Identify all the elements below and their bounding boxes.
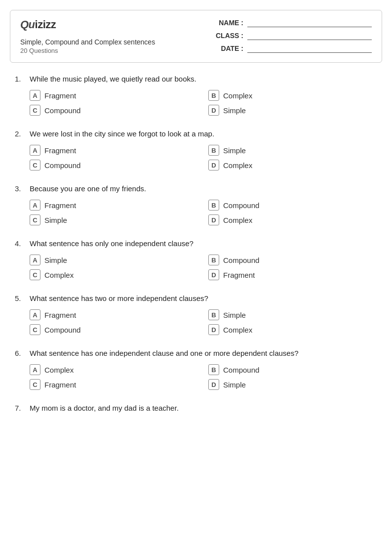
header-fields: NAME : CLASS : DATE : — [214, 18, 372, 53]
question-row: 6.What sentence has one independent clau… — [15, 349, 377, 357]
option-letter: B — [208, 309, 219, 320]
option[interactable]: DComplex — [208, 160, 377, 171]
option-text: Simple — [223, 381, 246, 389]
option-text: Complex — [223, 216, 252, 224]
question-number: 4. — [15, 239, 30, 248]
question-number: 6. — [15, 349, 30, 357]
question-row: 5.What sentence has two or more independ… — [15, 294, 377, 302]
question-text: What sentence has one independent clause… — [30, 349, 377, 357]
option-letter: D — [208, 379, 219, 390]
option-text: Compound — [223, 201, 259, 210]
option[interactable]: CSimple — [30, 214, 198, 225]
option[interactable]: CComplex — [30, 269, 198, 280]
option-letter: C — [30, 269, 40, 280]
option-text: Complex — [223, 326, 252, 334]
option-letter: B — [208, 145, 219, 156]
option-text: Compound — [223, 256, 259, 264]
questions-section: 1.While the music played, we quietly rea… — [10, 75, 382, 412]
option[interactable]: DFragment — [208, 269, 377, 280]
question-text: We were lost in the city since we forgot… — [30, 129, 377, 138]
quiz-title: Simple, Compound and Complex sentences — [20, 38, 155, 46]
option[interactable]: CCompound — [30, 160, 198, 171]
logo: Quizizz — [20, 18, 155, 31]
class-field-row: CLASS : — [214, 31, 372, 40]
option-text: Simple — [44, 216, 67, 224]
question-block: 2.We were lost in the city since we forg… — [15, 129, 377, 171]
option[interactable]: CCompound — [30, 105, 198, 116]
option[interactable]: BCompound — [208, 364, 377, 375]
option[interactable]: DSimple — [208, 379, 377, 390]
option[interactable]: AComplex — [30, 364, 198, 375]
question-number: 3. — [15, 184, 30, 193]
question-text: Because you are one of my friends. — [30, 184, 377, 193]
option[interactable]: BSimple — [208, 309, 377, 320]
option-letter: D — [208, 105, 219, 116]
option-letter: B — [208, 255, 219, 265]
option-letter: B — [208, 364, 219, 375]
question-number: 5. — [15, 294, 30, 302]
option[interactable]: BCompound — [208, 200, 377, 211]
date-field-row: DATE : — [214, 44, 372, 53]
option-letter: C — [30, 214, 40, 225]
option-text: Fragment — [44, 201, 76, 210]
option[interactable]: BCompound — [208, 255, 377, 265]
question-block: 5.What sentence has two or more independ… — [15, 294, 377, 335]
option-text: Compound — [44, 106, 80, 115]
header-left: Quizizz Simple, Compound and Complex sen… — [20, 18, 155, 54]
option[interactable]: AFragment — [30, 309, 198, 320]
quiz-questions-count: 20 Questions — [20, 47, 155, 54]
option-text: Compound — [44, 326, 80, 334]
name-line — [247, 18, 372, 27]
option[interactable]: DSimple — [208, 105, 377, 116]
date-line — [247, 44, 372, 53]
option[interactable]: AFragment — [30, 90, 198, 101]
option-text: Simple — [223, 311, 246, 319]
option[interactable]: CFragment — [30, 379, 198, 390]
question-row: 2.We were lost in the city since we forg… — [15, 129, 377, 138]
option-letter: A — [30, 200, 40, 211]
option-letter: C — [30, 160, 40, 171]
option-letter: D — [208, 269, 219, 280]
option-text: Simple — [223, 106, 246, 115]
option-text: Compound — [223, 366, 259, 374]
option-letter: B — [208, 90, 219, 101]
option-text: Fragment — [44, 91, 76, 100]
question-number: 2. — [15, 129, 30, 138]
option[interactable]: BSimple — [208, 145, 377, 156]
option-letter: D — [208, 160, 219, 171]
question-block: 1.While the music played, we quietly rea… — [15, 75, 377, 116]
option[interactable]: AFragment — [30, 200, 198, 211]
option-letter: A — [30, 255, 40, 265]
option-text: Simple — [44, 256, 67, 264]
options-grid: AFragmentBCompoundCSimpleDComplex — [30, 200, 377, 225]
option[interactable]: CCompound — [30, 324, 198, 335]
option[interactable]: DComplex — [208, 214, 377, 225]
option-text: Complex — [223, 91, 252, 100]
option-letter: C — [30, 105, 40, 116]
logo-text: Quizizz — [20, 18, 56, 31]
option-letter: B — [208, 200, 219, 211]
question-number: 7. — [15, 404, 30, 412]
question-block: 4.What sentence has only one independent… — [15, 239, 377, 280]
option[interactable]: BComplex — [208, 90, 377, 101]
option-letter: A — [30, 309, 40, 320]
option[interactable]: AFragment — [30, 145, 198, 156]
option-letter: C — [30, 324, 40, 335]
option[interactable]: DComplex — [208, 324, 377, 335]
option-letter: C — [30, 379, 40, 390]
question-row: 1.While the music played, we quietly rea… — [15, 75, 377, 83]
question-block: 3.Because you are one of my friends.AFra… — [15, 184, 377, 225]
question-text: What sentence has only one independent c… — [30, 239, 377, 248]
class-line — [247, 31, 372, 40]
header: Quizizz Simple, Compound and Complex sen… — [10, 10, 382, 63]
option-text: Fragment — [44, 381, 76, 389]
option-letter: D — [208, 324, 219, 335]
question-block: 6.What sentence has one independent clau… — [15, 349, 377, 390]
option-text: Compound — [44, 161, 80, 170]
class-label: CLASS : — [214, 32, 243, 40]
options-grid: AFragmentBComplexCCompoundDSimple — [30, 90, 377, 116]
option-letter: D — [208, 214, 219, 225]
option-text: Complex — [223, 161, 252, 170]
option-text: Fragment — [223, 271, 255, 279]
option[interactable]: ASimple — [30, 255, 198, 265]
